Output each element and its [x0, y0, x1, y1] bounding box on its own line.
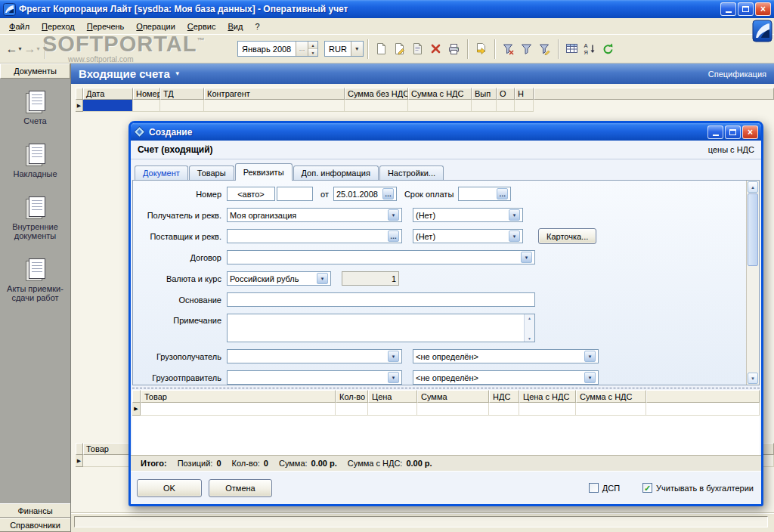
cell-date-selected[interactable] [83, 100, 133, 112]
ok-button[interactable]: OK [137, 479, 202, 497]
table-row[interactable]: ▶ [76, 100, 774, 112]
tab-products[interactable]: Товары [189, 165, 234, 180]
menu-file[interactable]: Файл [3, 20, 36, 33]
cell[interactable] [576, 403, 646, 416]
column-header-number[interactable]: Номер [133, 88, 160, 100]
currency-dropdown-icon[interactable]: ▾ [351, 42, 363, 56]
sidebar-footer-finances[interactable]: Финансы [0, 503, 70, 518]
cell[interactable] [515, 100, 534, 112]
scroll-thumb[interactable] [748, 193, 758, 266]
column-header-vyp[interactable]: Вып [472, 88, 497, 100]
sidebar-item-invoices[interactable]: Счета [1, 91, 70, 125]
menu-view[interactable]: Вид [221, 20, 249, 33]
cell[interactable] [160, 100, 204, 112]
cell[interactable] [133, 100, 160, 112]
grid-button[interactable] [563, 39, 581, 60]
basis-field[interactable] [227, 292, 535, 307]
sidebar-footer-references[interactable]: Справочники [0, 518, 70, 532]
dialog-maximize-button[interactable] [725, 125, 741, 139]
back-button[interactable]: ← ▾ [5, 39, 23, 60]
edit-document-button[interactable] [391, 39, 409, 60]
supplier-ellipsis-button[interactable]: … [388, 230, 399, 242]
item-column-product[interactable]: Товар [141, 390, 336, 403]
menu-help[interactable]: ? [249, 20, 265, 33]
note-field[interactable]: ▲ ▼ [227, 314, 535, 342]
sort-button[interactable]: А Я [581, 39, 599, 60]
supplier-requisites-select[interactable]: (Нет) ▼ [413, 229, 523, 243]
item-column-sum[interactable]: Сумма [417, 390, 489, 403]
column-header-td[interactable]: ТД [160, 88, 204, 100]
sidebar-header-documents[interactable]: Документы [0, 63, 70, 79]
cell[interactable] [519, 403, 576, 416]
cell[interactable] [204, 100, 345, 112]
item-column-price[interactable]: Цена [368, 390, 417, 403]
consignee-requisites-select[interactable]: <не определён> ▼ [413, 349, 599, 363]
currency-select[interactable]: RUR ▾ [324, 41, 364, 57]
dropdown-arrow-icon[interactable]: ▼ [584, 351, 596, 362]
form-scrollbar[interactable]: ▲ ▼ [746, 181, 759, 385]
scroll-up-icon[interactable]: ▲ [525, 314, 534, 321]
filter-button[interactable] [518, 39, 536, 60]
item-column-qty[interactable]: Кол-во [336, 390, 368, 403]
number-mode-field[interactable]: <авто> [227, 187, 275, 201]
cell[interactable] [368, 403, 417, 416]
dropdown-arrow-icon[interactable]: ▼ [509, 230, 520, 242]
currency-select-field[interactable]: Российский рубль ▼ [227, 271, 331, 286]
date-ellipsis-button[interactable]: … [382, 188, 394, 200]
sidebar-item-acts[interactable]: Акты приемки-сдачи работ [1, 258, 70, 302]
number-field[interactable] [277, 187, 313, 201]
delete-button[interactable] [427, 39, 445, 60]
period-ellipsis-button[interactable]: … [296, 42, 308, 56]
menu-operations[interactable]: Операции [130, 20, 181, 33]
maximize-button[interactable] [738, 2, 754, 16]
forward-button[interactable]: → ▾ [23, 39, 41, 60]
refresh-button[interactable] [599, 39, 618, 60]
tab-additional-info[interactable]: Доп. информация [293, 165, 379, 180]
supplier-field[interactable]: … [227, 229, 402, 243]
receiver-requisites-select[interactable]: (Нет) ▼ [413, 208, 523, 222]
view-dropdown-icon[interactable]: ▼ [175, 70, 181, 77]
scroll-down-icon[interactable]: ▼ [525, 335, 534, 342]
dropdown-arrow-icon[interactable]: ▼ [509, 209, 520, 221]
consignee-select[interactable]: ▼ [227, 349, 402, 363]
period-spinner[interactable]: ▲ ▼ [308, 42, 317, 56]
item-column-price-vat[interactable]: Цена с НДС [519, 390, 576, 403]
column-header-o[interactable]: О [497, 88, 515, 100]
scroll-down-icon[interactable]: ▼ [748, 373, 758, 384]
cancel-button[interactable]: Отмена [209, 479, 272, 497]
cell[interactable] [489, 403, 519, 416]
filter-edit-button[interactable] [536, 39, 554, 60]
scroll-up-icon[interactable]: ▲ [748, 181, 758, 193]
spin-down-icon[interactable]: ▼ [308, 49, 317, 56]
cell[interactable] [497, 100, 515, 112]
dsp-checkbox[interactable]: ДСП [589, 483, 620, 493]
items-table-row[interactable]: ▶ [132, 403, 760, 416]
card-button[interactable]: Карточка... [538, 228, 596, 244]
shipper-select[interactable]: ▼ [227, 370, 402, 385]
dialog-minimize-button[interactable] [707, 125, 723, 139]
cell[interactable] [336, 403, 368, 416]
minimize-button[interactable] [720, 2, 736, 16]
close-button[interactable]: × [755, 2, 771, 16]
note-scrollbar[interactable]: ▲ ▼ [524, 314, 534, 342]
cell[interactable] [141, 403, 336, 416]
contract-select[interactable]: ▼ [227, 250, 535, 264]
post-document-button[interactable] [472, 39, 491, 60]
due-field[interactable]: … [458, 187, 511, 201]
tab-document[interactable]: Документ [135, 165, 188, 180]
spin-up-icon[interactable]: ▲ [308, 42, 317, 49]
column-header-date[interactable]: Дата [83, 88, 133, 100]
cell[interactable] [345, 100, 408, 112]
date-field[interactable]: 25.01.2008 … [333, 187, 397, 201]
dropdown-arrow-icon[interactable]: ▼ [388, 351, 399, 362]
column-header-sum-vat[interactable]: Сумма с НДС [408, 88, 472, 100]
filter-clear-button[interactable] [500, 39, 518, 60]
cell[interactable] [408, 100, 472, 112]
view-document-button[interactable] [409, 39, 427, 60]
print-button[interactable] [445, 39, 463, 60]
dropdown-arrow-icon[interactable]: ▼ [521, 252, 532, 263]
dialog-close-button[interactable]: × [742, 125, 758, 139]
item-column-sum-vat[interactable]: Сумма с НДС [576, 390, 646, 403]
menu-service[interactable]: Сервис [181, 20, 222, 33]
tab-requisites[interactable]: Реквизиты [235, 163, 293, 181]
